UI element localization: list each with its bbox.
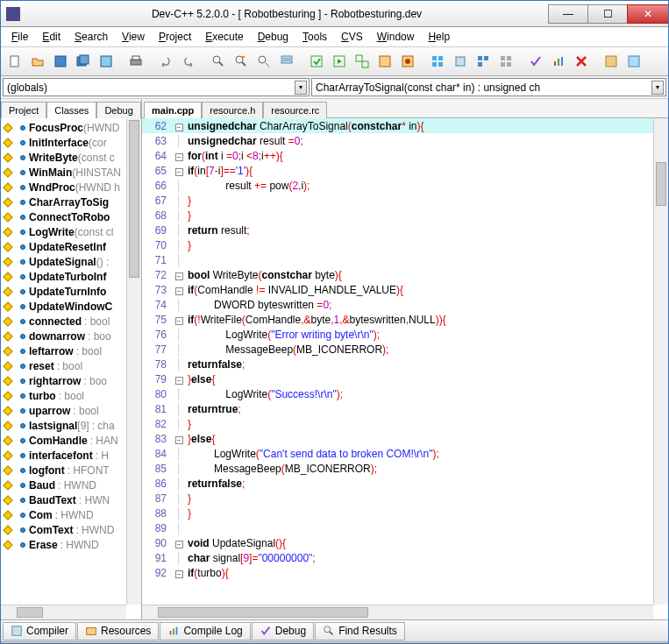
help-icon[interactable] — [623, 51, 644, 72]
new-file-icon[interactable] — [4, 51, 25, 72]
save-icon[interactable] — [50, 51, 71, 72]
class-item[interactable]: WndProc (HWND h — [1, 180, 141, 195]
tab-classes[interactable]: Classes — [46, 102, 96, 118]
code-line[interactable]: 79− } else { — [142, 372, 668, 386]
code-line[interactable]: 63│ unsigned char result = 0; — [142, 133, 668, 148]
code-line[interactable]: 66│ result += pow(2,i); — [142, 178, 668, 193]
code-line[interactable]: 70│ } — [142, 237, 668, 252]
editor-hscrollbar[interactable] — [142, 605, 653, 619]
menu-edit[interactable]: Edit — [35, 29, 68, 45]
code-line[interactable]: 84│ LogWrite("Can't send data to broken … — [142, 446, 668, 461]
code-line[interactable]: 67│ } — [142, 193, 668, 208]
goto-icon[interactable] — [276, 51, 297, 72]
code-line[interactable]: 83− } else { — [142, 431, 668, 446]
class-item[interactable]: leftarrow : bool — [1, 343, 141, 358]
code-line[interactable]: 72− bool WriteByte(const char byte) { — [142, 267, 668, 282]
class-hscrollbar[interactable] — [1, 605, 126, 619]
replace-icon[interactable] — [231, 51, 252, 72]
editor-tab[interactable]: resource.h — [202, 102, 263, 118]
code-line[interactable]: 89│ — [142, 520, 668, 535]
bottom-tab-compiler[interactable]: Compiler — [3, 622, 76, 640]
compile-run-icon[interactable] — [352, 51, 373, 72]
class-item[interactable]: BaudText : HWN — [1, 492, 141, 507]
editor-vscrollbar[interactable] — [653, 118, 668, 605]
code-line[interactable]: 62− unsigned char CharArrayToSignal(cons… — [142, 118, 668, 133]
class-item[interactable]: ComText : HWND — [1, 522, 141, 537]
run-icon[interactable] — [329, 51, 350, 72]
class-item[interactable]: FocusProc (HWND — [1, 120, 141, 135]
class-item[interactable]: Erase : HWND — [1, 537, 141, 552]
chevron-down-icon[interactable]: ▾ — [295, 81, 307, 95]
rebuild-icon[interactable] — [374, 51, 395, 72]
new-project-icon[interactable] — [427, 51, 448, 72]
menu-tools[interactable]: Tools — [295, 29, 334, 45]
menu-view[interactable]: View — [115, 29, 152, 45]
tab-debug[interactable]: Debug — [96, 102, 140, 118]
class-item[interactable]: UpdateResetInf — [1, 239, 141, 254]
scope-combo[interactable]: (globals)▾ — [3, 78, 310, 96]
class-item[interactable]: UpdateWindowC — [1, 299, 141, 314]
class-item[interactable]: UpdateTurboInf — [1, 269, 141, 284]
class-item[interactable]: WriteByte (const c — [1, 150, 141, 165]
class-item[interactable]: UpdateSignal () : — [1, 254, 141, 269]
class-item[interactable]: UpdateTurnInfo — [1, 284, 141, 299]
class-item[interactable]: downarrow : boo — [1, 329, 141, 343]
editor-tab[interactable]: resource.rc — [263, 102, 327, 118]
code-line[interactable]: 75− if(!WriteFile(ComHandle,&byte,1,&byt… — [142, 312, 668, 327]
open-file-icon[interactable] — [27, 51, 48, 72]
redo-icon[interactable] — [178, 51, 199, 72]
code-line[interactable]: 64− for(int i = 0;i < 8;i++) { — [142, 148, 668, 163]
code-line[interactable]: 71│ — [142, 252, 668, 267]
function-combo[interactable]: CharArrayToSignal(const char* in) : unsi… — [311, 78, 666, 96]
class-item[interactable]: ConnectToRobo — [1, 209, 141, 224]
code-line[interactable]: 86│ return false; — [142, 476, 668, 491]
menu-execute[interactable]: Execute — [198, 29, 250, 45]
class-item[interactable]: interfacefont : H — [1, 448, 141, 463]
code-line[interactable]: 78│ return false; — [142, 357, 668, 372]
save-project-icon[interactable] — [96, 51, 117, 72]
bottom-tab-debug[interactable]: Debug — [252, 622, 314, 640]
code-line[interactable]: 76│ LogWrite("Error writing byte\r\n"); — [142, 327, 668, 342]
find-next-icon[interactable] — [253, 51, 274, 72]
code-line[interactable]: 90− void UpdateSignal() { — [142, 535, 668, 550]
class-item[interactable]: reset : bool — [1, 358, 141, 373]
class-item[interactable]: Baud : HWND — [1, 478, 141, 492]
compile-icon[interactable] — [306, 51, 327, 72]
bottom-tab-resources[interactable]: Resources — [77, 622, 159, 640]
code-line[interactable]: 92− if(turbo) { — [142, 565, 668, 580]
class-item[interactable]: logfont : HFONT — [1, 463, 141, 478]
debug-icon[interactable] — [397, 51, 418, 72]
class-item[interactable]: lastsignal[9] : cha — [1, 418, 141, 433]
code-line[interactable]: 74│ DWORD byteswritten = 0; — [142, 297, 668, 312]
editor-tab[interactable]: main.cpp — [144, 102, 202, 118]
code-line[interactable]: 87│ } — [142, 491, 668, 506]
delete-icon[interactable] — [571, 51, 592, 72]
code-line[interactable]: 81│ return true; — [142, 401, 668, 416]
code-line[interactable]: 88│ } — [142, 506, 668, 520]
code-line[interactable]: 65− if(in[7-i] == '1') { — [142, 163, 668, 178]
code-line[interactable]: 91│ char signal[9] = "00000000"; — [142, 550, 668, 565]
class-item[interactable]: turbo : bool — [1, 388, 141, 403]
class-item[interactable]: connected : bool — [1, 314, 141, 329]
class-item[interactable]: LogWrite (const cl — [1, 224, 141, 239]
minimize-button[interactable]: — — [548, 4, 588, 24]
menu-debug[interactable]: Debug — [251, 29, 295, 45]
menu-file[interactable]: File — [4, 29, 35, 45]
profile-icon[interactable] — [548, 51, 569, 72]
class-item[interactable]: InitInterface (cor — [1, 135, 141, 150]
bookmark-icon[interactable] — [473, 51, 494, 72]
print-icon[interactable] — [125, 51, 146, 72]
bottom-tab-find-results[interactable]: Find Results — [315, 622, 405, 640]
close-button[interactable]: ✕ — [627, 4, 669, 24]
code-line[interactable]: 82│ } — [142, 416, 668, 431]
bottom-tab-compile-log[interactable]: Compile Log — [160, 622, 250, 640]
menu-help[interactable]: Help — [421, 29, 457, 45]
menu-cvs[interactable]: CVS — [334, 29, 370, 45]
menu-window[interactable]: Window — [370, 29, 422, 45]
goto-bookmark-icon[interactable] — [495, 51, 516, 72]
class-item[interactable]: rightarrow : boo — [1, 373, 141, 388]
class-vscrollbar[interactable] — [126, 118, 141, 605]
class-item[interactable]: CharArrayToSig — [1, 195, 141, 209]
code-line[interactable]: 85│ MessageBeep(MB_ICONERROR); — [142, 461, 668, 476]
check-icon[interactable] — [525, 51, 546, 72]
